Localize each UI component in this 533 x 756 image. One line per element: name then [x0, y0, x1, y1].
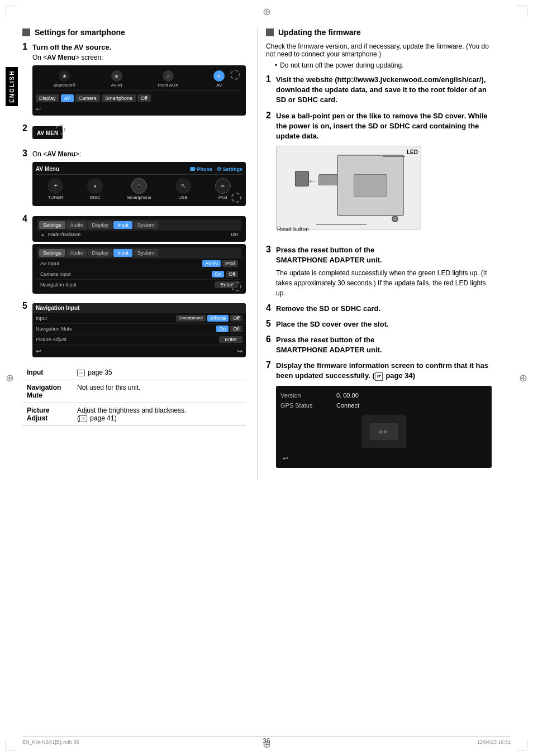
device-screen: [354, 174, 387, 197]
tuner-icon[interactable]: ☂: [47, 178, 63, 194]
usb-icon[interactable]: ⛏: [175, 178, 191, 194]
av-icon-item: ► AV: [213, 70, 225, 88]
left-section-header: Settings for smartphone: [22, 28, 246, 37]
step-1-subtitle: On <AV Menu> screen:: [32, 52, 246, 63]
camera-input-label: Camera Input: [40, 271, 212, 277]
av-input-val-ipod[interactable]: iPod: [222, 260, 238, 267]
right-step-4-content: Remove the SD or SDHC card.: [276, 304, 492, 314]
language-sidebar: ENGLISH: [6, 67, 18, 106]
disc-icon[interactable]: ●: [87, 178, 103, 194]
right-step-7-number: 7: [266, 360, 276, 370]
nav-row-picture-values: Enter: [219, 336, 242, 343]
nav-picture-enter[interactable]: Enter: [219, 336, 242, 343]
info-label-picture: PictureAdjust: [22, 403, 73, 426]
nav-val-iphone[interactable]: iPhone: [207, 315, 229, 322]
smartphone-btn[interactable]: Smartphone: [102, 94, 136, 102]
settings-tab-audio[interactable]: Audio: [66, 221, 87, 229]
settings-tab-input[interactable]: Input: [113, 221, 132, 229]
sd-card: [295, 171, 309, 186]
nav-mute-off[interactable]: Off: [230, 326, 242, 332]
tuner-item: ☂ TUNER: [47, 178, 63, 200]
nav-mute-on[interactable]: On: [216, 326, 229, 332]
nav-screen-footer: ↩ ↪: [32, 345, 246, 357]
off-btn[interactable]: Off: [137, 94, 151, 102]
nav-forward-arrow[interactable]: ↪: [237, 347, 242, 355]
step-3-number: 3: [22, 149, 32, 159]
screen-nav-row: Display AV Camera Smartphone Off: [36, 93, 242, 104]
av-menu-title: AV Menu: [36, 166, 59, 172]
av-input-label: AV Input: [40, 261, 202, 266]
settings-tab2-system[interactable]: System: [134, 249, 158, 257]
usb-item: ⛏ USB: [175, 178, 191, 200]
note-list: Do not turn off the power during updatin…: [266, 61, 492, 69]
screen-av-menu: AV Menu ☎ Phone ⚙ Settings ☂ TUNER: [32, 162, 246, 206]
screen-nav-input: Navigation Input Input Smartphone iPhone…: [32, 303, 246, 357]
settings-btn[interactable]: ⚙ Settings: [217, 166, 242, 172]
nav-val-smartphone[interactable]: Smartphone: [176, 315, 206, 322]
back-arrow-1[interactable]: ↩: [36, 106, 41, 113]
settings-tab-system[interactable]: System: [134, 221, 158, 229]
settings-row-nav-input: Navigation Input Enter: [37, 280, 241, 290]
fader-arrow-icon: ▲: [40, 232, 45, 237]
step-2-number: 2: [22, 123, 32, 133]
fader-balance-value: 0/0: [231, 232, 238, 237]
tuner-label: TUNER: [48, 195, 64, 200]
page: ⊕ ⊕ ⊕ ⊕ ENGLISH Settings for smartphone …: [0, 0, 533, 756]
smartphone-icon[interactable]: 📱: [131, 178, 147, 194]
settings-tab2-display[interactable]: Display: [88, 249, 113, 257]
ipod-icon[interactable]: ✉: [215, 178, 231, 194]
av-menu-button-screen: AV MEN: [32, 126, 63, 139]
step-5-content: Navigation Input Input Smartphone iPhone…: [32, 302, 246, 360]
corner-mark-tr: [516, 6, 527, 17]
firmware-diagram: ← LED Reset button: [276, 146, 432, 235]
right-section-title: Updating the firmware: [278, 28, 361, 37]
sd-slot: [318, 174, 338, 185]
device-mini-icon: ▶▶: [370, 423, 398, 440]
step-1-title: Turn off the AV source.: [32, 42, 246, 52]
footer-file: EN_KW-NSX1[E].indb 36: [22, 739, 79, 745]
settings-tab2-input[interactable]: Input: [113, 249, 132, 257]
bottom-divider: [22, 736, 511, 736]
camera-btn[interactable]: Camera: [75, 94, 100, 102]
phone-btn[interactable]: ☎ Phone: [189, 166, 212, 172]
step-3-subtitle: On <AV Menu>:: [32, 149, 246, 159]
camera-input-val-off[interactable]: Off: [226, 271, 238, 277]
settings-tab2-audio[interactable]: Audio: [66, 249, 87, 257]
version-value: 0. 00.00: [336, 392, 359, 399]
nav-back-arrow[interactable]: ↩: [36, 347, 41, 355]
info-table: Input ☞ page 35 NavigationMute Not used …: [22, 365, 246, 426]
nav-val-off[interactable]: Off: [230, 315, 242, 322]
av-btn[interactable]: AV: [61, 94, 74, 102]
settings-tab-display[interactable]: Display: [88, 221, 113, 229]
nav-input-row-input: Input Smartphone iPhone Off: [32, 313, 246, 324]
firmware-diagram-box: ← LED: [276, 146, 421, 229]
display-btn[interactable]: Display: [36, 94, 59, 102]
right-step-6-content: Press the reset button of theSMARTPHONE …: [276, 335, 492, 355]
right-step-1-content: Visit the website (http://www3.jvckenwoo…: [276, 75, 492, 106]
version-row-1: Version 0. 00.00: [280, 390, 487, 400]
ref-icon-step7: ☞: [375, 372, 383, 381]
nav-input-row-picture: Picture Adjust Enter: [32, 334, 246, 345]
settings-tab2-settings[interactable]: Settings: [39, 249, 65, 257]
step-2-content: AV MEN: [32, 124, 246, 143]
bluetooth-icon-item: ★ Bluetooth®: [54, 70, 76, 88]
ipod-label: iPod: [218, 195, 227, 200]
gps-status-label: GPS Status: [280, 402, 325, 409]
corner-mark-tl: [6, 6, 17, 17]
front-aux-label: Front AUX: [158, 83, 178, 88]
settings-tab-settings[interactable]: Settings: [39, 221, 65, 229]
settings-tabs-1: Settings Audio Display Input System: [37, 219, 241, 231]
av-input-val-avin[interactable]: AV-IN: [202, 260, 221, 267]
right-step-4-number: 4: [266, 303, 276, 313]
camera-input-val-on[interactable]: On: [212, 271, 224, 277]
nav-input-header: Navigation Input: [32, 303, 246, 313]
nav-row-mute-values: On Off: [216, 326, 242, 332]
nav-row-picture-label: Picture Adjust: [36, 337, 219, 342]
front-aux-icon: ♪: [163, 70, 174, 82]
right-step-3: 3 Press the reset button of theSMARTPHON…: [266, 245, 492, 298]
nav-row-input-values: Smartphone iPhone Off: [176, 315, 242, 322]
bluetooth-label: Bluetooth®: [54, 83, 76, 88]
disc-label: DISC: [90, 195, 101, 200]
smartphone-item: 📱 Smartphone: [127, 178, 151, 200]
version-back-icon[interactable]: ↩: [283, 454, 288, 462]
